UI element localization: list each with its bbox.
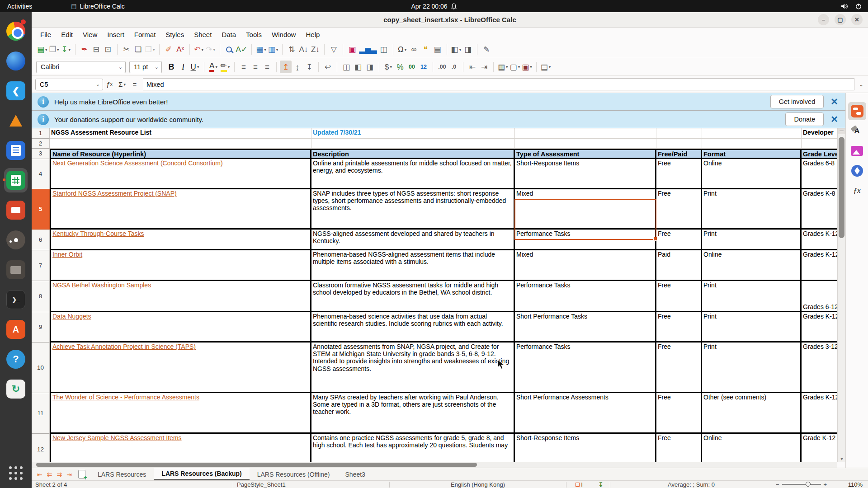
zoom-out-icon[interactable]: − — [776, 481, 779, 488]
insert-image-icon[interactable]: ▣ — [346, 43, 358, 56]
zoom-slider[interactable]: − + — [772, 481, 840, 488]
merge-center-icon[interactable]: ◧ — [352, 61, 364, 73]
cut-icon[interactable]: ✂ — [121, 43, 132, 56]
sort-ascending-icon[interactable]: A↓ — [297, 43, 309, 56]
cell-D1[interactable] — [656, 128, 702, 139]
cell-E2[interactable] — [702, 139, 802, 149]
previous-sheet-icon[interactable]: ⇇ — [47, 471, 52, 478]
dropdown-arrow[interactable]: ▾ — [57, 47, 59, 52]
maximize-button[interactable]: ▢ — [835, 14, 846, 25]
cell-F2[interactable] — [802, 139, 837, 149]
cell-C5[interactable]: Mixed — [515, 189, 656, 230]
open-icon[interactable]: ❐▾ — [48, 43, 60, 56]
cell-A12[interactable]: New Jersey Sample NGSS Assessment Items — [50, 434, 311, 462]
horizontal-scrollbar-thumb[interactable] — [36, 463, 477, 467]
font-color-icon[interactable]: A▾ — [208, 61, 219, 73]
donate-button[interactable]: Donate — [785, 113, 824, 126]
cell-D10[interactable]: Free — [656, 343, 702, 393]
cell-D4[interactable]: Free — [656, 159, 702, 189]
print-icon[interactable]: ⊟ — [90, 43, 102, 56]
cell-B6[interactable]: NGSS-aligned assessment developed and sh… — [311, 230, 515, 250]
name-box[interactable]: C5 ⌄ — [35, 79, 103, 90]
menu-format[interactable]: Format — [129, 29, 161, 40]
header-cell-B3[interactable]: Description — [311, 149, 515, 159]
cell-F9[interactable]: Grades K-12 — [802, 312, 837, 343]
menu-file[interactable]: File — [35, 29, 56, 40]
borders-icon[interactable]: ▦▾ — [497, 61, 509, 73]
sheet-tab-lars-resources-backup-[interactable]: LARS Resources (Backup) — [154, 468, 249, 480]
row-header-10[interactable]: 10 — [32, 343, 50, 393]
find-replace-icon[interactable] — [223, 43, 235, 56]
cell-B5[interactable]: SNAP includes three types of NGSS assess… — [311, 189, 515, 230]
dock-item-help[interactable] — [2, 344, 29, 374]
minimize-button[interactable]: – — [818, 14, 829, 25]
menu-view[interactable]: View — [78, 29, 102, 40]
row-header-11[interactable]: 11 — [32, 393, 50, 434]
cell-C4[interactable]: Short-Response Items — [515, 159, 656, 189]
row-header-4[interactable]: 4 — [32, 159, 50, 189]
cell-E1[interactable] — [702, 128, 802, 139]
sheet-tab-lars-resources-offline-[interactable]: LARS Resources (Offline) — [250, 468, 338, 480]
cell-A4[interactable]: Next Generation Science Assessment (Conc… — [50, 159, 311, 189]
format-number-icon[interactable]: 00 — [406, 61, 418, 73]
sort-descending-icon[interactable]: Z↓ — [309, 43, 321, 56]
resource-link[interactable]: Achieve Task Annotation Project in Scien… — [52, 343, 196, 350]
cell-D5[interactable]: Free — [656, 189, 702, 230]
select-function-button[interactable]: Σ▾ — [116, 79, 128, 90]
cell-D6[interactable]: Free — [656, 230, 702, 250]
align-right-icon[interactable]: ≡ — [261, 61, 273, 73]
clock[interactable]: Apr 22 00:06 — [411, 3, 457, 10]
freeze-panes-icon[interactable]: ◧▾ — [450, 43, 462, 56]
cell-C1[interactable] — [515, 128, 656, 139]
print-preview-icon[interactable]: ⊡ — [102, 43, 114, 56]
cell-B11[interactable]: Many SPAs created by teachers after work… — [311, 393, 515, 434]
cell-E6[interactable]: Print — [702, 230, 802, 250]
dock-item-software-updater[interactable] — [2, 374, 29, 404]
decrease-indent-icon[interactable]: ⇤ — [467, 61, 478, 73]
cell-B2[interactable] — [311, 139, 515, 149]
cell-F5[interactable]: Grades K-8 — [802, 189, 837, 230]
cell-B10[interactable]: Annotated assessments from SNAP, NGSA pr… — [311, 343, 515, 393]
cell-A11[interactable]: The Wonder of Science - Performance Asse… — [50, 393, 311, 434]
dropdown-arrow[interactable]: ▾ — [518, 65, 520, 69]
italic-icon[interactable]: I — [177, 61, 189, 73]
font-name-combo[interactable]: Calibri ⌄ — [36, 61, 126, 73]
zoom-percentage[interactable]: 110% — [840, 481, 868, 488]
cell-F12[interactable]: Grade K-12 — [802, 434, 837, 462]
cell-A6[interactable]: Kentucky Through-Course Tasks — [50, 230, 311, 250]
cell-C11[interactable]: Short Performance Assessments — [515, 393, 656, 434]
cell-F4[interactable]: Grades 6-8 — [802, 159, 837, 189]
export-pdf-icon[interactable]: ✒ — [79, 43, 90, 56]
selection-summary[interactable]: Average: ; Sum: 0 — [610, 481, 772, 488]
insert-row-icon[interactable]: ▦▾ — [255, 43, 267, 56]
cell-C10[interactable]: Performance Tasks — [515, 343, 656, 393]
close-icon[interactable]: ✕ — [830, 96, 838, 107]
resource-link[interactable]: NGSA Bethel Washington Samples — [52, 282, 151, 289]
cell-D8[interactable]: Free — [656, 281, 702, 312]
cell-E9[interactable]: Print — [702, 312, 802, 343]
vertical-scrollbar[interactable]: — ▾ — [837, 128, 845, 462]
row-header-6[interactable]: 6 — [32, 230, 50, 250]
chevron-down-icon[interactable]: ⌄ — [96, 81, 100, 87]
dropdown-arrow[interactable]: ▾ — [549, 65, 551, 69]
border-style-icon[interactable]: ▢▾ — [509, 61, 521, 73]
autofilter-icon[interactable]: ▽ — [328, 43, 340, 56]
add-decimal-icon[interactable]: .00 — [436, 61, 448, 73]
dropdown-arrow[interactable]: ▾ — [405, 47, 407, 52]
dock-item-terminal[interactable] — [2, 285, 29, 314]
functions-deck-icon[interactable]: ƒx — [848, 182, 866, 200]
row-header-7[interactable]: 7 — [32, 250, 50, 281]
cell-B12[interactable]: Contains one practice NGSS assessments f… — [311, 434, 515, 462]
dock-item-vlc[interactable] — [2, 106, 29, 136]
spelling-icon[interactable]: A✓ — [235, 43, 249, 56]
menu-sheet[interactable]: Sheet — [189, 29, 217, 40]
last-sheet-icon[interactable]: ⇥ — [66, 471, 72, 478]
menu-data[interactable]: Data — [217, 29, 241, 40]
dock-item-gimp[interactable] — [2, 225, 29, 255]
add-sheet-icon[interactable] — [78, 470, 85, 479]
formula-input[interactable]: Mixed — [143, 78, 854, 90]
navigator-deck-icon[interactable] — [848, 162, 866, 180]
menu-help[interactable]: Help — [301, 29, 325, 40]
row-header-8[interactable]: 8 — [32, 281, 50, 312]
split-window-icon[interactable]: ◨ — [462, 43, 474, 56]
